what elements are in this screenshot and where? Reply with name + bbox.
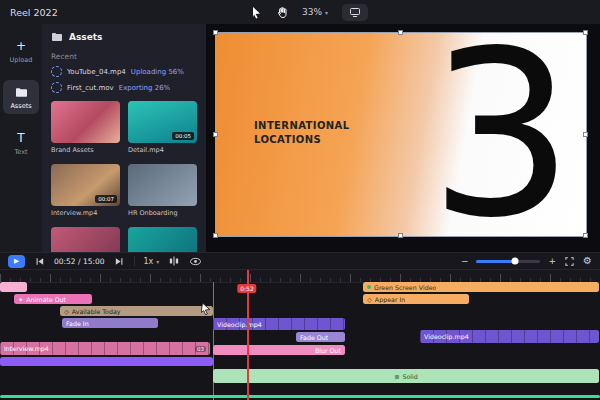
canvas-tools: 33% ▾ bbox=[250, 0, 368, 24]
asset-thumbnail bbox=[128, 227, 197, 252]
play-icon: ▶ bbox=[14, 257, 19, 265]
chevron-down-icon: ▾ bbox=[325, 9, 328, 16]
timeline-clip[interactable]: Blur Out bbox=[213, 345, 345, 355]
selection-handle[interactable] bbox=[583, 132, 588, 137]
chevron-down-icon: ▾ bbox=[156, 258, 159, 265]
monitor-icon bbox=[349, 7, 361, 18]
timeline-clip[interactable]: Fade Out bbox=[296, 332, 345, 342]
playback-controls: ▶ 00:52 / 15:00 1x ▾ − + bbox=[0, 252, 600, 270]
play-button[interactable]: ▶ bbox=[8, 255, 25, 268]
fit-to-screen-button[interactable] bbox=[342, 4, 368, 21]
zoom-level-value: 33% bbox=[302, 7, 322, 17]
asset-tile[interactable]: 00:07 Interview.mp4 bbox=[51, 164, 120, 217]
preview-canvas: INTERNATIONAL LOCATIONS 3 bbox=[206, 24, 600, 252]
asset-grid: Brand Assets 00:05 Detail.mp4 00:07 Inte… bbox=[51, 101, 197, 252]
timeline: Green Screen Video✦Animate Out◇Appear In… bbox=[0, 270, 600, 400]
recent-section-label: Recent bbox=[51, 52, 197, 61]
clip-label: Available Today bbox=[72, 308, 121, 315]
timeline-clip[interactable]: ◇Available Today bbox=[60, 306, 213, 316]
recent-item-status: Exporting 26% bbox=[119, 84, 171, 92]
clip-label: Solid bbox=[402, 373, 417, 380]
select-tool-button[interactable] bbox=[250, 6, 262, 19]
sidebar-item-label: Assets bbox=[10, 102, 31, 110]
asset-tile[interactable] bbox=[51, 227, 120, 252]
clip-label: Videoclip.mp4 bbox=[424, 333, 469, 340]
asset-tile[interactable] bbox=[128, 227, 197, 252]
recent-item[interactable]: YouTube_04.mp4 Uploading 56% bbox=[51, 66, 197, 77]
slide-big-number: 3 bbox=[429, 33, 574, 236]
slide-heading: INTERNATIONAL LOCATIONS bbox=[254, 119, 350, 146]
preview-eye-button[interactable] bbox=[189, 256, 202, 267]
assets-panel: Assets Recent YouTube_04.mp4 Uploading 5… bbox=[42, 24, 206, 252]
selection-handle[interactable] bbox=[213, 30, 218, 35]
playback-speed-dropdown[interactable]: 1x ▾ bbox=[144, 257, 160, 266]
asset-tile[interactable]: HR Onboarding bbox=[128, 164, 197, 217]
clip-label: Green Screen Video bbox=[374, 284, 436, 291]
playhead-time-badge[interactable]: 0:52 bbox=[237, 284, 256, 293]
timeline-clip[interactable]: ◇Appear In bbox=[363, 294, 469, 304]
asset-thumbnail bbox=[51, 101, 120, 143]
selection-handle[interactable] bbox=[213, 132, 218, 137]
timeline-clip[interactable] bbox=[0, 357, 213, 366]
recent-item[interactable]: First_cut.mov Exporting 26% bbox=[51, 82, 197, 93]
selection-handle[interactable] bbox=[398, 30, 403, 35]
pan-tool-button[interactable] bbox=[276, 6, 288, 19]
timeline-clip[interactable]: Green Screen Video bbox=[363, 282, 599, 292]
clip-label: Blur Out bbox=[315, 347, 341, 354]
clip-badge: 03 bbox=[195, 346, 206, 352]
sidebar-item-label: Text bbox=[14, 148, 27, 156]
assets-panel-header: Assets bbox=[51, 32, 197, 48]
assets-panel-title: Assets bbox=[69, 32, 102, 42]
asset-name: Brand Assets bbox=[51, 146, 120, 154]
duration-badge: 00:07 bbox=[95, 195, 117, 203]
timeline-clip[interactable]: Videoclip.mp4 bbox=[420, 330, 599, 343]
timeline-clip[interactable] bbox=[0, 395, 600, 398]
selection-handle[interactable] bbox=[213, 233, 218, 238]
asset-tile[interactable]: 00:05 Detail.mp4 bbox=[128, 101, 197, 154]
zoom-level-dropdown[interactable]: 33% ▾ bbox=[302, 7, 328, 17]
app-window: Reel 2022 33% ▾ bbox=[0, 0, 600, 400]
selection-handle[interactable] bbox=[583, 30, 588, 35]
zoom-out-button[interactable]: − bbox=[461, 256, 469, 266]
top-bar: Reel 2022 33% ▾ bbox=[0, 0, 600, 25]
selection-handle[interactable] bbox=[398, 233, 403, 238]
asset-name: HR Onboarding bbox=[128, 209, 197, 217]
sidebar-item-text[interactable]: T Text bbox=[3, 126, 39, 160]
expand-timeline-button[interactable] bbox=[564, 256, 575, 267]
asset-thumbnail bbox=[128, 164, 197, 206]
clip-label: Interview.mp4 bbox=[4, 345, 49, 352]
slider-fill bbox=[476, 260, 514, 263]
asset-tile[interactable]: Brand Assets bbox=[51, 101, 120, 154]
timeline-clip[interactable]: ≣Solid bbox=[213, 369, 599, 383]
text-icon: T bbox=[14, 131, 28, 145]
asset-thumbnail: 00:07 bbox=[51, 164, 120, 206]
timeline-clip[interactable]: Videoclip.mp4 bbox=[213, 318, 345, 330]
diamond-icon: ◇ bbox=[64, 308, 69, 315]
settings-gear-icon[interactable]: ⚙ bbox=[583, 256, 592, 266]
selected-slide[interactable]: INTERNATIONAL LOCATIONS 3 bbox=[216, 33, 586, 236]
timeline-clip[interactable]: Fade In bbox=[62, 318, 158, 328]
zoom-in-button[interactable]: + bbox=[548, 256, 556, 266]
sparkle-icon: ✦ bbox=[18, 296, 23, 303]
appear-icon: ◇ bbox=[367, 296, 372, 303]
split-clip-button[interactable] bbox=[168, 255, 180, 267]
sidebar-item-assets[interactable]: Assets bbox=[3, 80, 39, 114]
asset-thumbnail: 00:05 bbox=[128, 101, 197, 143]
plus-icon: + bbox=[14, 39, 28, 53]
recent-item-name: First_cut.mov bbox=[67, 84, 114, 92]
duration-badge: 00:05 bbox=[172, 132, 194, 140]
timeline-clip[interactable] bbox=[0, 282, 27, 292]
selection-handle[interactable] bbox=[583, 233, 588, 238]
recent-item-name: YouTube_04.mp4 bbox=[67, 68, 126, 76]
timeline-clip[interactable]: ✦Animate Out bbox=[14, 294, 92, 304]
divider bbox=[134, 256, 135, 266]
timeline-clip[interactable]: Interview.mp403 bbox=[0, 342, 210, 355]
slider-knob[interactable] bbox=[511, 258, 518, 265]
timeline-zoom-slider[interactable] bbox=[476, 260, 540, 263]
asset-name: Detail.mp4 bbox=[128, 146, 197, 154]
skip-back-button[interactable] bbox=[34, 256, 45, 267]
sidebar-item-upload[interactable]: + Upload bbox=[3, 34, 39, 68]
clip-label: Fade Out bbox=[300, 334, 328, 341]
progress-spinner-icon bbox=[51, 66, 62, 77]
skip-forward-button[interactable] bbox=[114, 256, 125, 267]
